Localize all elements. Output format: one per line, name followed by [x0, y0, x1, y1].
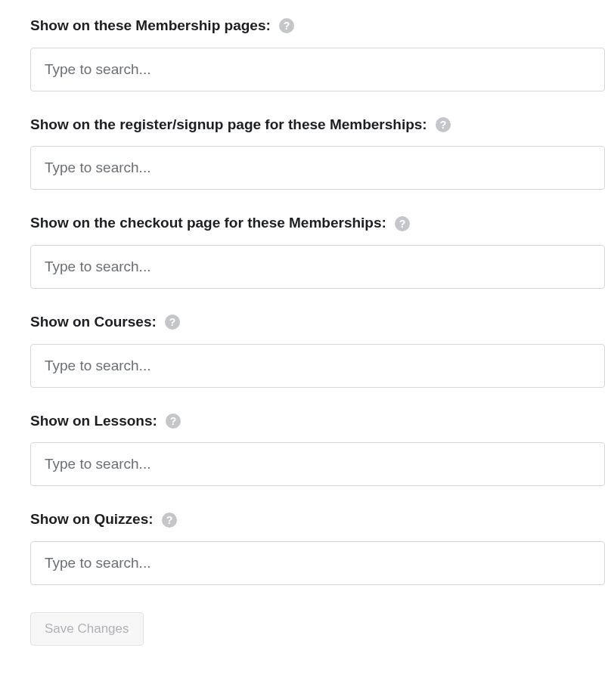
field-label-row: Show on Quizzes: ?: [30, 510, 605, 529]
help-icon[interactable]: ?: [435, 116, 451, 133]
field-label-row: Show on Lessons: ?: [30, 412, 605, 431]
membership-register-label: Show on the register/signup page for the…: [30, 116, 427, 135]
field-membership-checkout: Show on the checkout page for these Memb…: [30, 214, 605, 289]
field-membership-register: Show on the register/signup page for the…: [30, 116, 605, 190]
field-membership-pages: Show on these Membership pages: ?: [30, 17, 605, 91]
save-changes-button[interactable]: Save Changes: [30, 612, 144, 646]
field-courses: Show on Courses: ?: [30, 313, 605, 388]
help-icon[interactable]: ?: [394, 215, 411, 232]
quizzes-search-input[interactable]: [30, 541, 605, 585]
lessons-search-input[interactable]: [30, 442, 605, 486]
courses-label: Show on Courses:: [30, 313, 157, 332]
field-label-row: Show on the checkout page for these Memb…: [30, 214, 605, 233]
help-icon[interactable]: ?: [278, 17, 295, 34]
courses-search-input[interactable]: [30, 344, 605, 388]
svg-text:?: ?: [169, 316, 176, 328]
membership-register-search-input[interactable]: [30, 146, 605, 190]
svg-text:?: ?: [284, 20, 290, 32]
field-label-row: Show on the register/signup page for the…: [30, 116, 605, 135]
field-label-row: Show on Courses: ?: [30, 313, 605, 332]
field-quizzes: Show on Quizzes: ?: [30, 510, 605, 585]
help-icon[interactable]: ?: [161, 512, 178, 528]
quizzes-label: Show on Quizzes:: [30, 510, 154, 529]
field-lessons: Show on Lessons: ?: [30, 412, 605, 487]
membership-checkout-label: Show on the checkout page for these Memb…: [30, 214, 386, 233]
svg-text:?: ?: [166, 514, 172, 526]
help-icon[interactable]: ?: [165, 413, 182, 429]
membership-pages-search-input[interactable]: [30, 48, 605, 91]
svg-text:?: ?: [439, 119, 446, 131]
svg-text:?: ?: [399, 218, 406, 230]
help-icon[interactable]: ?: [164, 314, 181, 330]
membership-pages-label: Show on these Membership pages:: [30, 17, 271, 36]
field-label-row: Show on these Membership pages: ?: [30, 17, 605, 36]
svg-text:?: ?: [170, 415, 177, 427]
lessons-label: Show on Lessons:: [30, 412, 157, 431]
membership-checkout-search-input[interactable]: [30, 245, 605, 289]
